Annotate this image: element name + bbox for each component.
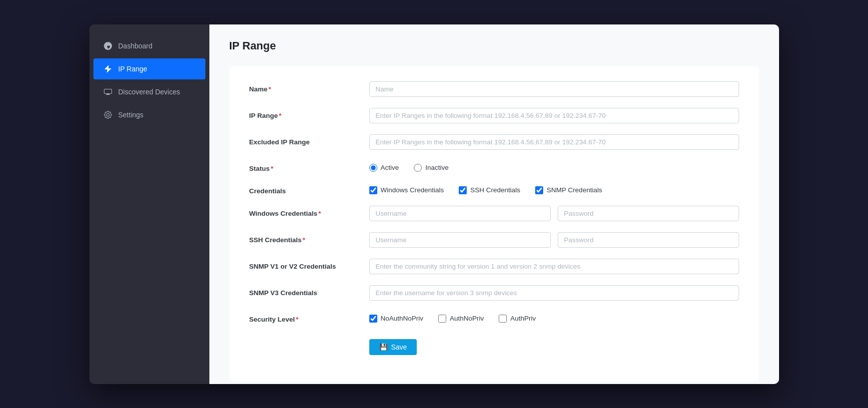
sidebar-item-discovered-devices-label: Discovered Devices <box>118 88 180 96</box>
sidebar-item-settings[interactable]: Settings <box>93 104 205 125</box>
ssh-password-input[interactable] <box>558 232 739 248</box>
sidebar-item-discovered-devices[interactable]: Discovered Devices <box>93 81 205 102</box>
security-level-label: Security Level* <box>249 312 359 323</box>
globe-icon <box>103 41 112 50</box>
ssh-cred-label: SSH Credentials* <box>249 232 359 244</box>
ssh-cred-fields <box>369 232 739 248</box>
status-row: Status* Active Inactive <box>249 161 739 172</box>
snmp-v3-label: SNMP V3 Credentials <box>249 285 359 297</box>
snmp-v3-row: SNMP V3 Credentials <box>249 285 739 301</box>
credentials-row: Credentials Windows Credentials SSH Cred… <box>249 183 739 195</box>
ip-range-label: IP Range* <box>249 108 359 119</box>
credentials-label: Credentials <box>249 183 359 195</box>
sidebar-item-settings-label: Settings <box>118 111 144 119</box>
save-row: 💾 Save <box>249 334 739 355</box>
security-level-row: Security Level* NoAuthNoPriv AuthNoPriv … <box>249 312 739 323</box>
gear-icon <box>103 110 112 119</box>
form-section: Name* IP Range* Excluded IP Range Status… <box>229 66 759 381</box>
credentials-checkbox-group: Windows Credentials SSH Credentials SNMP… <box>369 183 739 194</box>
noauthnopriv-checkbox[interactable] <box>369 315 377 323</box>
ssh-username-input[interactable] <box>369 232 551 248</box>
ssh-cred-checkbox-label[interactable]: SSH Credentials <box>459 186 520 194</box>
main-content: IP Range Name* IP Range* Excluded IP Ran… <box>209 24 779 384</box>
windows-cred-label: Windows Credentials* <box>249 206 359 217</box>
snmp-cred-checkbox-label[interactable]: SNMP Credentials <box>535 186 602 194</box>
windows-cred-fields <box>369 206 739 221</box>
status-inactive-radio[interactable]: Inactive <box>414 164 449 172</box>
ip-range-input[interactable] <box>369 108 739 123</box>
name-input[interactable] <box>369 81 739 97</box>
status-inactive-input[interactable] <box>414 164 422 172</box>
windows-password-input[interactable] <box>558 206 739 221</box>
excluded-ip-label: Excluded IP Range <box>249 134 359 146</box>
snmp-cred-checkbox[interactable] <box>535 186 543 194</box>
page-title: IP Range <box>229 39 759 52</box>
security-level-group: NoAuthNoPriv AuthNoPriv AuthPriv <box>369 312 739 323</box>
status-active-input[interactable] <box>369 164 377 172</box>
name-row: Name* <box>249 81 739 97</box>
sidebar-item-ip-range-label: IP Range <box>118 65 147 73</box>
excluded-ip-row: Excluded IP Range <box>249 134 739 150</box>
app-window: Dashboard IP Range Discovered Devices <box>89 24 779 384</box>
snmp-v1v2-label: SNMP V1 or V2 Credentials <box>249 259 359 270</box>
authnopriv-checkbox[interactable] <box>438 315 446 323</box>
monitor-icon <box>103 87 112 96</box>
windows-cred-checkbox-label[interactable]: Windows Credentials <box>369 186 444 194</box>
snmp-v1v2-row: SNMP V1 or V2 Credentials <box>249 259 739 274</box>
windows-username-input[interactable] <box>369 206 551 221</box>
ssh-cred-checkbox[interactable] <box>459 186 467 194</box>
authpriv-checkbox[interactable] <box>499 315 507 323</box>
save-button[interactable]: 💾 Save <box>369 339 417 355</box>
status-label: Status* <box>249 161 359 172</box>
authpriv-label[interactable]: AuthPriv <box>499 315 536 323</box>
noauthnopriv-label[interactable]: NoAuthNoPriv <box>369 315 424 323</box>
snmp-v1v2-input[interactable] <box>369 259 739 274</box>
status-radio-group: Active Inactive <box>369 161 739 172</box>
authnopriv-label[interactable]: AuthNoPriv <box>438 315 484 323</box>
status-active-radio[interactable]: Active <box>369 164 399 172</box>
excluded-ip-input[interactable] <box>369 134 739 150</box>
bolt-icon <box>103 64 112 73</box>
sidebar: Dashboard IP Range Discovered Devices <box>89 24 209 384</box>
ip-range-row: IP Range* <box>249 108 739 123</box>
ssh-cred-row: SSH Credentials* <box>249 232 739 248</box>
sidebar-item-dashboard-label: Dashboard <box>118 42 153 50</box>
sidebar-item-ip-range[interactable]: IP Range <box>93 58 205 79</box>
name-label: Name* <box>249 81 359 93</box>
snmp-v3-input[interactable] <box>369 285 739 301</box>
windows-cred-row: Windows Credentials* <box>249 206 739 221</box>
sidebar-item-dashboard[interactable]: Dashboard <box>93 35 205 56</box>
save-icon: 💾 <box>379 343 388 351</box>
windows-cred-checkbox[interactable] <box>369 186 377 194</box>
